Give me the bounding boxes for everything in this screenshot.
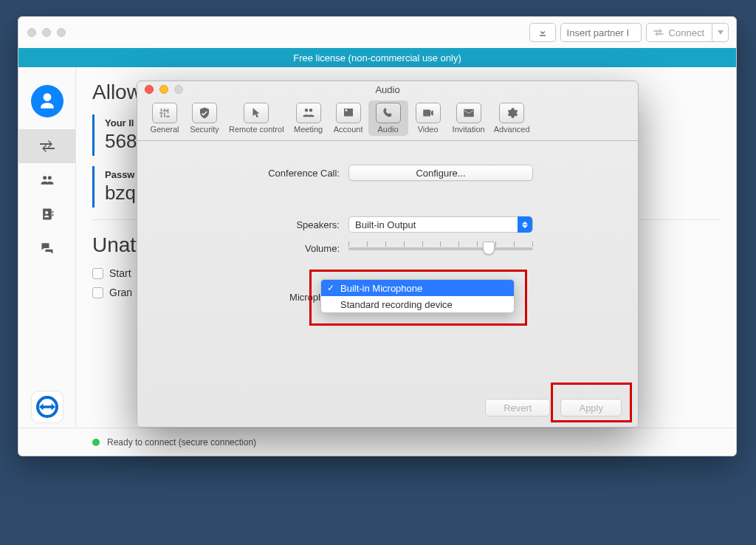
download-button[interactable] <box>529 23 556 42</box>
checkbox-label: Gran <box>109 287 132 298</box>
status-bar: Ready to connect (secure connection) <box>18 428 736 456</box>
tab-invitation[interactable]: Invitation <box>448 100 489 136</box>
dropdown-option-builtin-mic[interactable]: ✓ Built-in Microphone <box>321 280 514 296</box>
tab-label: Audio <box>378 125 399 134</box>
checkbox-label: Start <box>109 267 131 279</box>
download-icon <box>537 27 548 38</box>
partner-id-input[interactable] <box>560 23 642 42</box>
volume-label: Volume: <box>164 243 348 254</box>
apply-button[interactable]: Apply <box>560 399 622 417</box>
configure-button[interactable]: Configure... <box>348 165 533 181</box>
license-banner: Free license (non-commercial use only) <box>18 48 736 67</box>
row-speakers: Speakers: Built-in Output <box>164 216 611 233</box>
tab-advanced[interactable]: Advanced <box>489 100 535 136</box>
tab-label: General <box>150 125 179 134</box>
swap-arrows-icon <box>653 28 664 37</box>
row-conference-call: Conference Call: Configure... <box>164 165 611 181</box>
tab-video[interactable]: Video <box>408 100 448 136</box>
tab-label: Video <box>418 125 439 134</box>
dropdown-option-standard-device[interactable]: Standard recording device <box>321 296 514 312</box>
modal-footer: Revert Apply <box>485 399 622 417</box>
modal-titlebar[interactable]: Audio <box>137 81 638 97</box>
close-icon[interactable] <box>27 28 36 37</box>
shield-icon <box>198 106 211 120</box>
gear-icon <box>505 106 518 120</box>
minimize-icon[interactable] <box>159 85 168 94</box>
address-book-icon <box>38 207 56 222</box>
close-icon[interactable] <box>145 85 154 94</box>
meeting-icon <box>302 106 315 120</box>
slider-thumb[interactable] <box>483 241 495 255</box>
checkbox-icon[interactable] <box>92 268 103 279</box>
tab-meeting[interactable]: Meeting <box>289 100 329 136</box>
select-caret-icon <box>518 216 532 233</box>
tab-security[interactable]: Security <box>185 100 224 136</box>
speakers-select[interactable]: Built-in Output <box>348 216 533 233</box>
dropdown-option-label: Built-in Microphone <box>340 283 422 294</box>
tab-account[interactable]: Account <box>329 100 368 136</box>
tab-label: Remote control <box>229 125 284 134</box>
connect-label: Connect <box>669 27 704 38</box>
checkmark-icon: ✓ <box>327 283 334 293</box>
speakers-value: Built-in Output <box>355 219 416 230</box>
zoom-icon[interactable] <box>174 85 183 94</box>
revert-button[interactable]: Revert <box>485 399 550 417</box>
slider-track <box>348 247 533 250</box>
sidebar-item-remote[interactable] <box>18 129 75 163</box>
person-icon <box>38 92 57 111</box>
row-volume: Volume: <box>164 240 611 256</box>
sidebar <box>18 67 76 428</box>
tab-label: Meeting <box>294 125 323 134</box>
connect-button[interactable]: Connect <box>646 23 712 42</box>
tab-label: Account <box>334 125 363 134</box>
chat-icon <box>38 241 56 256</box>
cursor-icon <box>250 106 263 120</box>
video-icon <box>422 106 435 120</box>
microphone-dropdown: ✓ Built-in Microphone Standard recording… <box>320 279 515 313</box>
tab-remote-control[interactable]: Remote control <box>224 100 289 136</box>
tab-label: Advanced <box>494 125 530 134</box>
group-icon <box>38 173 56 188</box>
avatar[interactable] <box>31 85 63 117</box>
modal-title: Audio <box>137 84 638 95</box>
volume-slider[interactable] <box>348 240 533 256</box>
mail-icon <box>462 106 475 120</box>
sidebar-item-contacts[interactable] <box>18 197 75 231</box>
tab-label: Invitation <box>453 125 485 134</box>
phone-icon <box>382 106 395 120</box>
connect-dropdown-caret[interactable] <box>712 23 729 42</box>
dropdown-option-label: Standard recording device <box>340 299 453 310</box>
sidebar-item-chat[interactable] <box>18 231 75 265</box>
checkbox-icon[interactable] <box>92 287 103 298</box>
app-logo <box>18 391 75 423</box>
window-controls-inactive <box>18 21 75 44</box>
sliders-icon <box>158 106 171 120</box>
status-text: Ready to connect (secure connection) <box>107 437 256 448</box>
tab-audio[interactable]: Audio <box>368 100 408 136</box>
tab-label: Security <box>190 125 219 134</box>
minimize-icon[interactable] <box>42 28 51 37</box>
chevron-down-icon <box>718 30 724 35</box>
settings-tabs: General Security Remote control Meeting … <box>137 97 638 141</box>
status-indicator-icon <box>92 439 100 446</box>
settings-modal: Audio General Security Remote control Me… <box>137 80 639 428</box>
account-icon <box>342 106 355 120</box>
speakers-label: Speakers: <box>164 219 348 230</box>
zoom-icon[interactable] <box>57 28 66 37</box>
modal-window-controls <box>137 82 190 97</box>
topbar: Connect <box>18 17 736 48</box>
conference-call-label: Conference Call: <box>164 168 348 179</box>
sidebar-item-meeting[interactable] <box>18 163 75 197</box>
teamviewer-logo-icon <box>39 402 55 411</box>
swap-icon <box>38 139 56 154</box>
license-text: Free license (non-commercial use only) <box>293 52 461 64</box>
tab-general[interactable]: General <box>145 100 185 136</box>
